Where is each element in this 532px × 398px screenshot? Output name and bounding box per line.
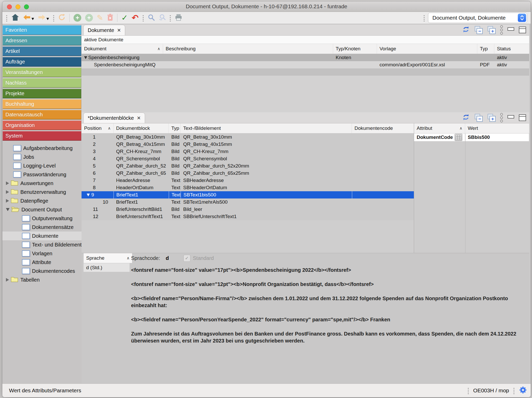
tree-item-text-und-bildelemente[interactable]: Text- und Bildelemente [2,240,82,249]
back-dropdown-icon[interactable] [31,18,34,20]
table-row[interactable]: 2QR_Betrag_40x15mmBildQR_Betrag_40x15mm [82,141,414,148]
table-row[interactable]: 6QR_Zahlbar_durch_65BildQR_Zahlbar_durch… [82,170,414,177]
language-row[interactable]: d (Std.) [83,263,130,272]
table-row[interactable]: Spendenbescheinigung Knoten aktiv [82,54,529,61]
add-copy-button[interactable]: + [85,14,93,22]
perspective-select[interactable]: Document Output, Dokumente [428,13,527,23]
confirm-button[interactable]: ✓ [121,13,128,22]
tree-item-vorlagen[interactable]: Vorlagen [2,249,82,258]
close-window-button[interactable] [7,4,12,9]
minimize-panel-icon[interactable] [507,27,514,31]
back-button[interactable] [23,13,34,22]
minimize-window-button[interactable] [15,4,20,9]
table-row-selected[interactable]: 9 BriefText1 Text SBText1bis500 [82,191,414,198]
tree-item-auswertungen[interactable]: Auswertungen [2,179,82,188]
search-button[interactable] [148,13,155,22]
expand-tabs-icon[interactable]: + [487,114,496,122]
column-header-typ[interactable]: Typ [477,44,494,54]
sidebar-item-system[interactable]: System [3,131,81,141]
expand-tabs-icon[interactable]: + [487,26,496,34]
toolbar-grip[interactable] [423,14,425,21]
sidebar-item-datenaustausch[interactable]: Datenaustausch [3,110,81,120]
table-row[interactable]: 12BriefUnterschriftText1TextSBBriefUnter… [82,213,414,220]
table-row[interactable]: 8HeaderOrtDatumTextSBHeaderOrtDatum [82,184,414,191]
tree-item-aufgabenbearbeitung[interactable]: Aufgabenbearbeitung [2,144,82,153]
forward-dropdown-icon[interactable] [46,18,49,20]
delete-button[interactable] [107,13,113,22]
collapse-tabs-icon[interactable]: − [474,26,483,34]
column-header-position[interactable]: Position∧ [82,123,114,133]
tree-item-attribute[interactable]: Attribute [2,258,82,267]
block-text-content[interactable]: <fontsref name="font-size" value="17pt">… [131,267,523,352]
toolbar-grip[interactable] [170,14,171,21]
row-expanded-icon[interactable] [84,56,87,59]
tree-item-benutzerverwaltung[interactable]: Benutzerverwaltung [2,188,82,196]
home-button[interactable] [11,13,19,22]
attribute-row[interactable]: DokumentCode SBbis500 [414,133,529,141]
undo-button[interactable]: ↶ [132,13,139,22]
column-header-vorlage[interactable]: Vorlage [377,44,477,54]
table-row[interactable]: 7HeaderAdresseTextSBHeaderAdresse [82,177,414,184]
sidebar-item-favoriten[interactable]: Favoriten [3,25,81,35]
toolbar-grip[interactable] [6,14,7,21]
tree-item-logging-level[interactable]: Logging-Level [2,161,82,170]
row-expanded-icon[interactable] [87,194,90,196]
add-button[interactable]: + [74,14,81,22]
collapse-tabs-icon[interactable]: − [474,114,483,122]
print-button[interactable] [175,13,182,22]
table-row[interactable]: 1QR_Betrag_30x10mmBildQR_Betrag_30x10mm [82,133,414,141]
tree-item-passwortaenderung[interactable]: Passwortänderung [2,170,82,179]
column-header-typ[interactable]: Typ [169,123,181,133]
close-tab-icon[interactable]: × [117,27,121,33]
sidebar-item-buchhaltung[interactable]: Buchhaltung [3,99,81,109]
more-options-icon[interactable] [500,25,503,35]
close-tab-icon[interactable]: × [137,115,141,121]
attribute-grid-button[interactable] [455,134,462,141]
tree-item-dokumente[interactable]: Dokumente [2,232,82,240]
tab-dokumente[interactable]: Dokumente × [83,25,125,35]
column-header-sprache[interactable]: Sprache∧ [83,253,132,263]
maximize-panel-icon[interactable] [519,27,526,33]
column-header-text-bildelement[interactable]: Text-/Bildelement [181,123,352,133]
zoom-window-button[interactable] [24,4,29,9]
maximize-panel-icon[interactable] [519,114,526,121]
table-row[interactable]: SpendenbescheinigungMitQ common/adrExpor… [82,61,529,68]
expander-collapsed-icon[interactable] [6,181,9,185]
expander-collapsed-icon[interactable] [6,190,9,194]
column-header-wert[interactable]: Wert [465,123,529,133]
tree-item-datenpflege[interactable]: Datenpflege [2,196,82,205]
sidebar-item-auftraege[interactable]: Aufträge [3,57,81,67]
column-header-dokumentblock[interactable]: Dokumentblock [114,123,169,133]
tree-item-jobs[interactable]: Jobs [2,153,82,161]
table-row[interactable]: 11BriefUnterschriftBild1BildBild_leer [82,206,414,213]
column-header-status[interactable]: Status [494,44,529,54]
forward-button[interactable] [38,13,49,22]
tree-item-tabellen[interactable]: Tabellen [2,275,82,284]
table-row[interactable]: 3QR_CH-Kreuz_7mmBildQR_CH-Kreuz_7mm [82,148,414,155]
edit-button[interactable]: ✎ [97,13,103,22]
tree-item-dokumentensaetze[interactable]: Dokumentensätze [2,223,82,232]
search-refresh-button[interactable] [159,13,166,22]
expander-collapsed-icon[interactable] [6,199,9,203]
column-header-attribut[interactable]: Attribut∧ [414,123,465,133]
column-header-beschreibung[interactable]: Beschreibung [163,44,333,54]
refresh-button[interactable] [58,13,66,22]
standard-checkbox[interactable]: ✓ [183,255,190,262]
table-row[interactable]: 4QR_ScherensymbolBildQR_Scherensymbol [82,155,414,162]
tree-item-dokumentencodes[interactable]: Dokumentencodes [2,267,82,275]
tree-item-outputverwaltung[interactable]: Outputverwaltung [2,214,82,223]
column-header-dokument[interactable]: Dokument∧ [82,44,163,54]
column-header-typ-knoten[interactable]: Typ/Knoten [333,44,377,54]
sidebar-item-nachlass[interactable]: Nachlass [3,78,81,88]
toolbar-grip[interactable] [142,14,144,21]
sidebar-item-veranstaltungen[interactable]: Veranstaltungen [3,68,81,77]
table-row[interactable]: 10BriefText1TextSBText1mehrAls500 [82,198,414,206]
sidebar-item-organisation[interactable]: Organisation [3,121,81,130]
refresh-icon[interactable] [462,114,470,122]
sidebar-item-adressen[interactable]: Adressen [3,36,81,45]
sidebar-item-artikel[interactable]: Artikel [3,46,81,56]
expander-expanded-icon[interactable] [6,208,10,211]
table-row[interactable]: 5QR_Zahlbar_durch_52BildQR_Zahlbar_durch… [82,162,414,170]
settings-gear-icon[interactable] [519,386,527,395]
column-header-dokumentencode[interactable]: Dokumentencode [352,123,414,133]
